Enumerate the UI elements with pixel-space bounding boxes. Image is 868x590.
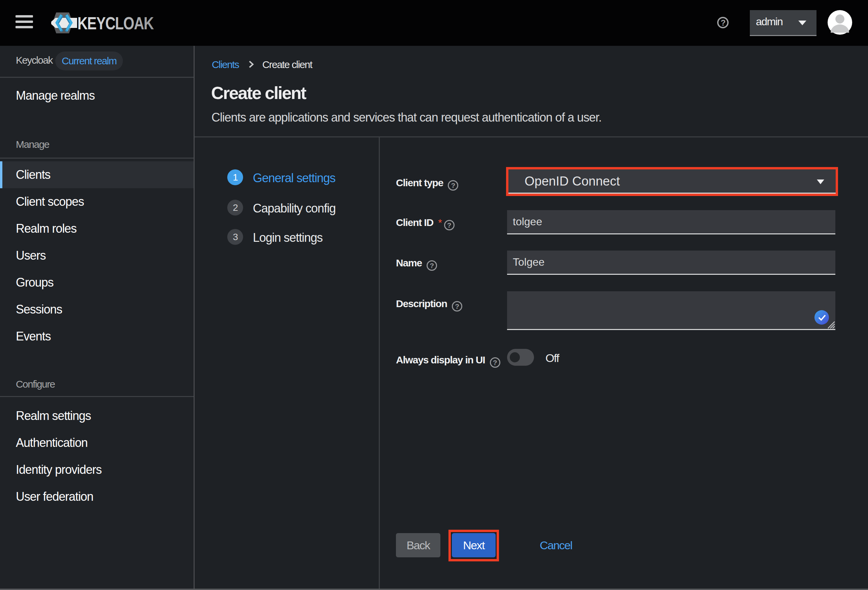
svg-text:KEYCLOAK: KEYCLOAK bbox=[77, 13, 154, 33]
